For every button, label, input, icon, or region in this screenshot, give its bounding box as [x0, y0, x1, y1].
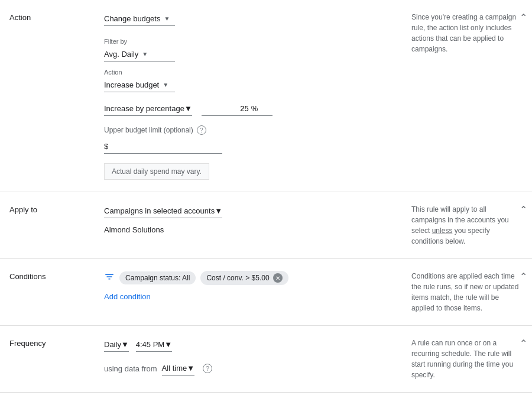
filter-by-label: Filter by — [104, 38, 392, 45]
conditions-section-label: Conditions — [9, 272, 46, 281]
campaign-status-chip-text: Campaign status: All — [125, 274, 190, 282]
frequency-collapse-button[interactable]: ⌃ — [520, 338, 527, 349]
account-name: Almond Solutions — [104, 225, 392, 234]
increase-by-percentage-dropdown[interactable]: Increase by percentage ▼ — [104, 102, 192, 116]
daily-note-text: Actual daily spend may vary. — [112, 167, 202, 176]
campaigns-dropdown-value: Campaigns in selected accounts — [104, 206, 215, 215]
filter-funnel-icon — [104, 271, 115, 285]
percent-input-container: % — [202, 102, 273, 116]
conditions-section: Conditions Campaign status: All Cost / c… — [0, 259, 532, 326]
percent-input[interactable] — [202, 102, 249, 115]
budget-limit-label: Upper budget limit (optional) ? — [104, 125, 392, 135]
action-section: Action Change budgets ▼ Filter by Avg. D… — [0, 0, 532, 192]
frequency-content: Daily ▼ 4:45 PM ▼ using data from All ti… — [95, 338, 402, 380]
avg-daily-value: Avg. Daily — [104, 50, 138, 59]
change-budgets-dropdown[interactable]: Change budgets ▼ — [104, 12, 175, 26]
conditions-label: Conditions — [0, 271, 95, 313]
campaign-status-chip: Campaign status: All — [119, 271, 196, 284]
filter-by-row: Filter by Avg. Daily ▼ — [104, 38, 392, 62]
action-collapse-button[interactable]: ⌃ — [520, 12, 527, 23]
daily-value: Daily — [104, 340, 121, 349]
apply-to-info: This rule will apply to all campaigns in… — [402, 204, 532, 247]
action-sub-label: Action — [104, 69, 392, 76]
conditions-info: Conditions are applied each time the rul… — [402, 271, 532, 313]
conditions-row: Campaign status: All Cost / conv. > $5.0… — [104, 271, 392, 285]
budget-limit-text: Upper budget limit (optional) — [104, 126, 193, 134]
action-section-label: Action — [9, 13, 31, 22]
apply-to-collapse-button[interactable]: ⌃ — [520, 204, 527, 215]
campaigns-dropdown-container: Campaigns in selected accounts ▼ — [104, 204, 392, 225]
time-value: 4:45 PM — [136, 340, 164, 349]
increase-budget-dropdown[interactable]: Increase budget ▼ — [104, 78, 175, 92]
campaigns-dropdown[interactable]: Campaigns in selected accounts ▼ — [104, 204, 222, 218]
frequency-info: A rule can run once or on a recurring sc… — [402, 338, 532, 380]
budget-limit-input[interactable] — [111, 142, 222, 151]
conditions-collapse-button[interactable]: ⌃ — [520, 271, 527, 282]
conditions-content: Campaign status: All Cost / conv. > $5.0… — [95, 271, 402, 313]
increase-by-percentage-value: Increase by percentage — [104, 104, 184, 113]
dollar-sign: $ — [104, 142, 108, 151]
apply-to-section: Apply to Campaigns in selected accounts … — [0, 192, 532, 259]
frequency-section: Frequency Daily ▼ 4:45 PM ▼ using data f… — [0, 326, 532, 393]
time-arrow: ▼ — [164, 340, 172, 349]
action-label: Action — [0, 12, 95, 180]
increase-budget-value: Increase budget — [104, 80, 159, 89]
change-budgets-arrow: ▼ — [164, 15, 170, 22]
budget-limit-help-icon[interactable]: ? — [197, 125, 206, 135]
avg-daily-dropdown[interactable]: Avg. Daily ▼ — [104, 47, 175, 62]
campaigns-arrow: ▼ — [215, 206, 222, 215]
apply-to-content: Campaigns in selected accounts ▼ Almond … — [95, 204, 402, 247]
all-time-arrow: ▼ — [187, 364, 194, 373]
budget-limit-row: Upper budget limit (optional) ? $ — [104, 125, 392, 154]
daily-note: Actual daily spend may vary. — [104, 163, 209, 180]
action-sub-row: Action Increase budget ▼ — [104, 69, 392, 92]
increase-budget-arrow: ▼ — [163, 82, 168, 88]
apply-to-info-text: This rule will apply to all campaigns in… — [411, 204, 523, 247]
avg-daily-arrow: ▼ — [142, 51, 148, 57]
increase-by-arrow: ▼ — [184, 104, 192, 113]
action-info-text: Since you're creating a campaign rule, t… — [411, 12, 523, 54]
daily-dropdown[interactable]: Daily ▼ — [104, 338, 129, 352]
time-dropdown[interactable]: 4:45 PM ▼ — [136, 338, 172, 352]
apply-to-section-label: Apply to — [9, 205, 37, 214]
cost-conv-chip-text: Cost / conv. > $5.00 — [206, 274, 269, 282]
daily-arrow: ▼ — [121, 340, 129, 349]
using-data-label: using data from — [104, 364, 157, 373]
increase-by-row: Increase by percentage ▼ % — [104, 102, 392, 116]
action-top-row: Change budgets ▼ — [104, 12, 392, 26]
all-time-value: All time — [162, 364, 187, 373]
frequency-row: Daily ▼ 4:45 PM ▼ — [104, 338, 392, 352]
frequency-label: Frequency — [0, 338, 95, 380]
all-time-dropdown[interactable]: All time ▼ — [162, 361, 195, 376]
change-budgets-value: Change budgets — [104, 14, 160, 23]
apply-to-label: Apply to — [0, 204, 95, 247]
cost-conv-chip-close[interactable]: ✕ — [273, 273, 283, 283]
using-data-row: using data from All time ▼ ? — [104, 361, 392, 376]
action-content: Change budgets ▼ Filter by Avg. Daily ▼ … — [95, 12, 402, 180]
conditions-info-text: Conditions are applied each time the rul… — [411, 271, 523, 313]
frequency-help-icon[interactable]: ? — [203, 364, 212, 373]
frequency-section-label: Frequency — [9, 339, 46, 348]
cost-conv-chip: Cost / conv. > $5.00 ✕ — [200, 271, 288, 285]
frequency-info-text: A rule can run once or on a recurring sc… — [411, 338, 523, 380]
action-info: Since you're creating a campaign rule, t… — [402, 12, 532, 180]
dollar-input-container: $ — [104, 140, 222, 154]
percent-sign: % — [251, 104, 258, 113]
add-condition-button[interactable]: Add condition — [104, 292, 151, 301]
